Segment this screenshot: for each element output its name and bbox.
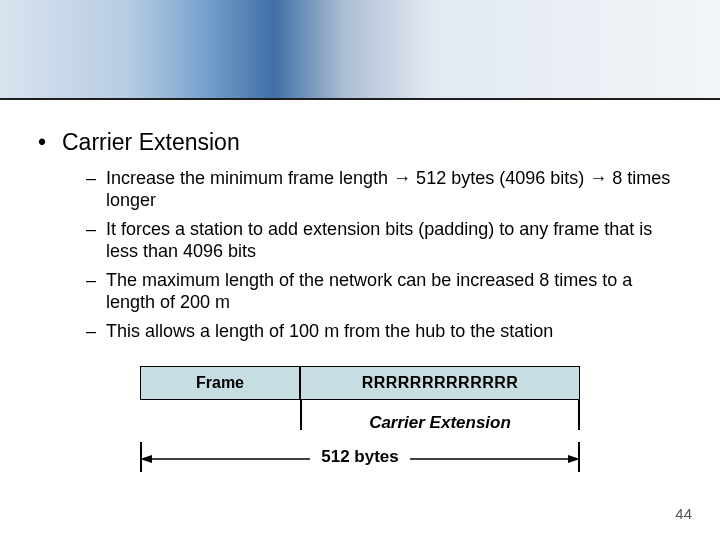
dash-icon: – [86, 269, 106, 314]
extension-bracket: Carrier Extension [300, 406, 580, 433]
slide-content: • Carrier Extension – Increase the minim… [0, 100, 720, 400]
svg-marker-1 [140, 455, 152, 463]
bullet-text: Increase the minimum frame length → 512 … [106, 167, 682, 212]
bullet-text: The maximum length of the network can be… [106, 269, 682, 314]
bullet-text: This allows a length of 100 m from the h… [106, 320, 682, 343]
diagram-boxes: Frame RRRRRRRRRRRRR [140, 366, 580, 400]
slide-title: Carrier Extension [62, 128, 240, 157]
dash-icon: – [86, 218, 106, 263]
frame-box: Frame [140, 366, 300, 400]
extension-box: RRRRRRRRRRRRR [300, 366, 580, 400]
header-decoration [0, 0, 720, 100]
list-item: – The maximum length of the network can … [86, 269, 682, 314]
list-item: – It forces a station to add extension b… [86, 218, 682, 263]
bullet-dot: • [38, 128, 62, 157]
bracket-bar-right [578, 400, 580, 430]
list-item: – This allows a length of 100 m from the… [86, 320, 682, 343]
slide: • Carrier Extension – Increase the minim… [0, 0, 720, 540]
extension-label: Carrier Extension [369, 412, 511, 433]
sub-bullet-list: – Increase the minimum frame length → 51… [86, 167, 682, 343]
svg-marker-2 [568, 455, 580, 463]
frame-diagram: Frame RRRRRRRRRRRRR Carrier Extension 51… [140, 366, 580, 400]
total-length-label: 512 bytes [310, 446, 410, 467]
bullet-text: It forces a station to add extension bit… [106, 218, 682, 263]
total-length-arrow: 512 bytes [140, 444, 580, 470]
page-number: 44 [675, 505, 692, 522]
dash-icon: – [86, 167, 106, 212]
dash-icon: – [86, 320, 106, 343]
bracket-bar-left [300, 400, 302, 430]
list-item: – Increase the minimum frame length → 51… [86, 167, 682, 212]
main-bullet: • Carrier Extension [38, 128, 682, 157]
